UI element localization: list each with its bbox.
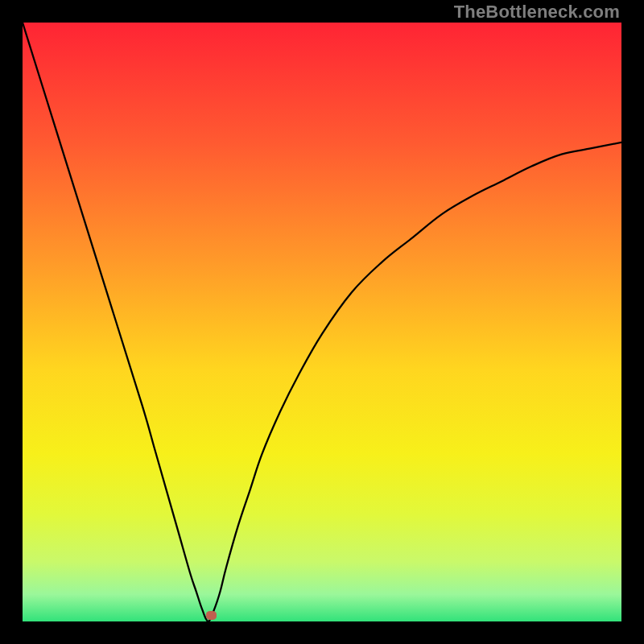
optimal-point-marker [206,611,217,620]
plot-area [23,23,621,621]
bottleneck-curve [23,23,621,621]
watermark-text: TheBottleneck.com [454,2,620,23]
chart-frame: TheBottleneck.com [0,0,644,644]
